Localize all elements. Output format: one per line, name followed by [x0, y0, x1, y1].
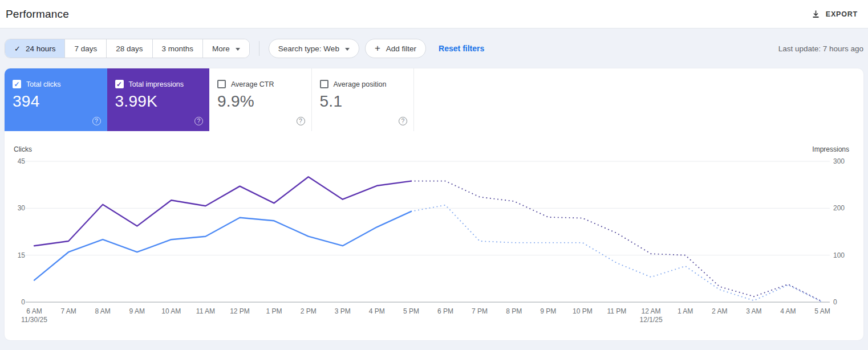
help-icon[interactable]: ? [297, 117, 305, 125]
right-axis-tick-label: 200 [833, 204, 845, 212]
chart-area: 45300302001510000ClicksImpressions6 AM7 … [5, 131, 863, 339]
chip-label: 28 days [116, 44, 143, 53]
metric-card-average-ctr[interactable]: Average CTR 9.9% ? [209, 68, 312, 131]
left-axis-tick-label: 45 [18, 157, 26, 165]
checkbox-checked-icon[interactable]: ✓ [13, 80, 21, 88]
left-axis-tick-label: 30 [18, 204, 26, 212]
x-axis-label: 7 PM [472, 307, 488, 315]
check-icon: ✓ [14, 44, 21, 53]
right-axis-tick-label: 300 [833, 157, 845, 165]
help-icon[interactable]: ? [194, 117, 203, 125]
add-filter-button[interactable]: + Add filter [365, 39, 426, 58]
right-axis-title: Impressions [812, 145, 849, 153]
chip-more[interactable]: More [202, 39, 249, 58]
left-axis-tick-label: 0 [21, 298, 25, 306]
chevron-down-icon [236, 48, 240, 51]
right-axis-tick-label: 0 [833, 298, 837, 306]
date-range-chip-group: ✓ 24 hours 7 days 28 days 3 months More [5, 39, 250, 58]
metric-card-total-impressions[interactable]: ✓ Total impressions 3.99K ? [107, 68, 210, 131]
last-update-text: Last update: 7 hours ago [778, 44, 863, 53]
toolbar-divider [259, 41, 259, 56]
metric-label: Total clicks [26, 80, 60, 88]
chevron-down-icon [345, 48, 350, 51]
metric-label: Average CTR [231, 80, 274, 88]
x-axis-label: 12 AM [642, 307, 661, 315]
x-axis-label: 3 AM [746, 307, 761, 315]
x-axis-label: 4 PM [369, 307, 385, 315]
x-axis-label: 6 AM [26, 307, 42, 315]
download-icon [812, 10, 820, 18]
export-label: EXPORT [826, 10, 858, 18]
x-axis-label: 10 AM [161, 307, 181, 315]
chip-label: 3 months [162, 44, 194, 53]
left-axis-title: Clicks [14, 145, 32, 153]
metric-card-total-clicks[interactable]: ✓ Total clicks 394 ? [5, 68, 107, 131]
x-axis-label: 5 AM [814, 307, 830, 315]
x-axis-label: 12 PM [230, 307, 250, 315]
clicks-line-solid [34, 211, 411, 280]
add-filter-label: Add filter [386, 44, 416, 53]
x-axis-label: 1 PM [266, 307, 282, 315]
x-axis-label: 9 PM [540, 307, 556, 315]
x-axis-label: 2 AM [712, 307, 727, 315]
x-axis-label: 3 PM [335, 307, 351, 315]
x-axis-label: 5 PM [403, 307, 419, 315]
chip-label: More [212, 44, 230, 53]
plus-icon: + [375, 43, 380, 54]
metric-label: Total impressions [129, 80, 184, 88]
chip-7-days[interactable]: 7 days [64, 39, 106, 58]
checkbox-checked-icon[interactable]: ✓ [115, 80, 124, 88]
chip-28-days[interactable]: 28 days [106, 39, 152, 58]
metric-value: 394 [13, 92, 100, 111]
metric-value: 5.1 [320, 92, 407, 111]
x-axis-label: 6 PM [437, 307, 453, 315]
checkbox-unchecked-icon[interactable] [217, 80, 226, 88]
x-axis-label: 10 PM [573, 307, 593, 315]
metric-value: 9.9% [217, 92, 305, 111]
impressions-line-solid [34, 177, 411, 246]
chip-label: 24 hours [26, 44, 56, 53]
x-axis-label: 11 AM [196, 307, 215, 315]
x-axis-label: 4 AM [780, 307, 796, 315]
x-axis-label: 9 AM [129, 307, 145, 315]
check-glyph: ✓ [116, 81, 122, 88]
app-header: Performance EXPORT [0, 0, 868, 29]
check-glyph: ✓ [14, 81, 19, 88]
filter-toolbar: ✓ 24 hours 7 days 28 days 3 months More … [0, 29, 868, 68]
impressions-line-dotted [411, 181, 822, 302]
search-type-filter[interactable]: Search type: Web [269, 39, 359, 58]
page-title: Performance [6, 8, 69, 21]
performance-chart[interactable]: 45300302001510000ClicksImpressions6 AM7 … [5, 139, 863, 339]
chip-3-months[interactable]: 3 months [152, 39, 203, 58]
x-axis-label: 11 PM [607, 307, 627, 315]
metric-value: 3.99K [115, 92, 203, 111]
export-button[interactable]: EXPORT [809, 6, 860, 22]
clicks-line-dotted [411, 205, 822, 302]
search-type-label: Search type: Web [278, 44, 339, 53]
help-icon[interactable]: ? [92, 117, 101, 125]
x-axis-label: 2 PM [301, 307, 317, 315]
help-icon[interactable]: ? [399, 117, 407, 125]
x-axis-date-label: 11/30/25 [21, 316, 47, 324]
chip-label: 7 days [74, 44, 97, 53]
metric-label: Average position [334, 80, 387, 88]
reset-filters-link[interactable]: Reset filters [439, 44, 484, 53]
metric-card-average-position[interactable]: Average position 5.1 ? [312, 68, 415, 131]
left-axis-tick-label: 15 [18, 251, 26, 259]
right-axis-tick-label: 100 [833, 251, 845, 259]
checkbox-unchecked-icon[interactable] [320, 80, 328, 88]
metric-band: ✓ Total clicks 394 ? ✓ Total impressions… [5, 68, 863, 131]
x-axis-label: 8 PM [506, 307, 522, 315]
x-axis-date-label: 12/1/25 [640, 316, 663, 324]
x-axis-label: 8 AM [95, 307, 110, 315]
chip-24-hours[interactable]: ✓ 24 hours [5, 39, 64, 58]
x-axis-label: 7 AM [60, 307, 76, 315]
x-axis-label: 1 AM [678, 307, 693, 315]
performance-card: ✓ Total clicks 394 ? ✓ Total impressions… [5, 68, 863, 340]
